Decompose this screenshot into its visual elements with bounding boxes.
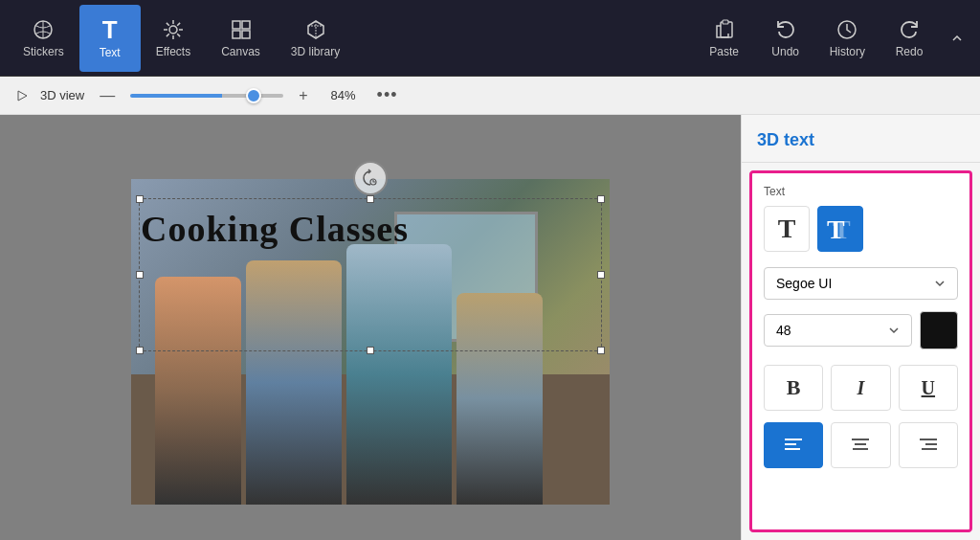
secondary-toolbar: 3D view — + 84% ••• xyxy=(0,77,980,115)
main-content: Cooking Classes xyxy=(0,115,980,540)
zoom-plus-button[interactable]: + xyxy=(295,85,311,106)
stickers-icon xyxy=(32,18,55,41)
underline-button[interactable]: U xyxy=(899,365,958,411)
font-family-dropdown[interactable]: Segoe UI xyxy=(764,267,958,300)
canvas-icon xyxy=(230,18,253,41)
undo-label: Undo xyxy=(771,45,799,58)
toolbar-item-redo[interactable]: Redo xyxy=(880,5,938,72)
svg-marker-20 xyxy=(18,91,27,101)
zoom-minus-button[interactable]: — xyxy=(96,85,119,106)
3dlibrary-icon xyxy=(304,18,327,41)
3d-text-button[interactable]: T T xyxy=(817,206,863,252)
3dlibrary-label: 3D library xyxy=(291,45,340,58)
font-family-value: Segoe UI xyxy=(776,276,832,291)
main-toolbar: Stickers T Text Effects xyxy=(0,0,980,77)
svg-rect-12 xyxy=(242,21,250,29)
history-icon xyxy=(835,18,858,41)
redo-icon xyxy=(898,18,921,41)
align-right-button[interactable] xyxy=(899,422,958,468)
person-2 xyxy=(246,260,342,505)
svg-line-8 xyxy=(177,34,180,36)
right-panel: 3D text Text T T T Segoe UI xyxy=(741,115,980,540)
svg-rect-14 xyxy=(242,31,250,38)
svg-line-9 xyxy=(177,22,180,25)
canvas-image-area: Cooking Classes xyxy=(131,179,610,505)
undo-icon xyxy=(774,18,797,41)
effects-label: Effects xyxy=(156,45,190,58)
italic-button[interactable]: I xyxy=(831,365,890,411)
font-size-value: 48 xyxy=(776,323,791,338)
svg-rect-11 xyxy=(233,21,240,29)
plain-text-button[interactable]: T xyxy=(764,206,810,252)
history-label: History xyxy=(830,45,865,58)
play-button[interactable] xyxy=(15,89,29,102)
toolbar-item-undo[interactable]: Undo xyxy=(757,5,814,72)
canvas-label: Canvas xyxy=(221,45,260,58)
text-style-row: T T T xyxy=(764,206,958,252)
toolbar-item-history[interactable]: History xyxy=(818,5,877,72)
font-size-dropdown[interactable]: 48 xyxy=(764,314,912,347)
size-color-row: 48 xyxy=(764,311,958,349)
color-picker-button[interactable] xyxy=(920,311,958,349)
svg-rect-18 xyxy=(723,20,728,24)
format-buttons-row: B I U xyxy=(764,365,958,411)
3d-view-label[interactable]: 3D view xyxy=(40,88,84,102)
canvas-area[interactable]: Cooking Classes xyxy=(0,115,741,540)
panel-title: 3D text xyxy=(742,115,980,163)
align-center-button[interactable] xyxy=(831,422,890,468)
align-left-button[interactable] xyxy=(764,422,823,468)
svg-text:T: T xyxy=(833,214,851,244)
font-dropdown-chevron xyxy=(934,278,946,289)
toolbar-item-effects[interactable]: Effects xyxy=(141,5,206,72)
person-4 xyxy=(457,293,543,505)
person-3 xyxy=(346,244,452,505)
paste-icon xyxy=(713,18,736,41)
zoom-percent: 84% xyxy=(331,88,366,102)
effects-icon xyxy=(162,18,185,41)
align-buttons-row xyxy=(764,422,958,468)
zoom-slider[interactable] xyxy=(130,94,283,98)
toolbar-item-paste[interactable]: Paste xyxy=(696,5,753,72)
text-label: Text xyxy=(100,46,121,59)
text-section-label: Text xyxy=(764,185,958,198)
redo-label: Redo xyxy=(896,45,924,58)
toolbar-item-text[interactable]: T Text xyxy=(79,5,141,72)
text-icon: T xyxy=(102,17,118,42)
paste-label: Paste xyxy=(709,45,739,58)
zoom-more-button[interactable]: ••• xyxy=(377,85,398,105)
svg-rect-13 xyxy=(233,31,240,38)
toolbar-item-stickers[interactable]: Stickers xyxy=(8,5,79,72)
collapse-button[interactable] xyxy=(942,23,972,54)
zoom-slider-container xyxy=(130,94,283,98)
person-1 xyxy=(155,277,241,505)
bold-button[interactable]: B xyxy=(764,365,823,411)
toolbar-item-3dlibrary[interactable]: 3D library xyxy=(276,5,355,72)
size-dropdown-chevron xyxy=(888,325,900,336)
svg-line-10 xyxy=(167,34,169,36)
canvas-text[interactable]: Cooking Classes xyxy=(141,208,409,250)
toolbar-item-canvas[interactable]: Canvas xyxy=(206,5,276,72)
svg-line-7 xyxy=(167,22,169,25)
stickers-label: Stickers xyxy=(23,45,64,58)
panel-content: Text T T T Segoe UI xyxy=(749,170,972,532)
svg-point-2 xyxy=(169,26,177,34)
